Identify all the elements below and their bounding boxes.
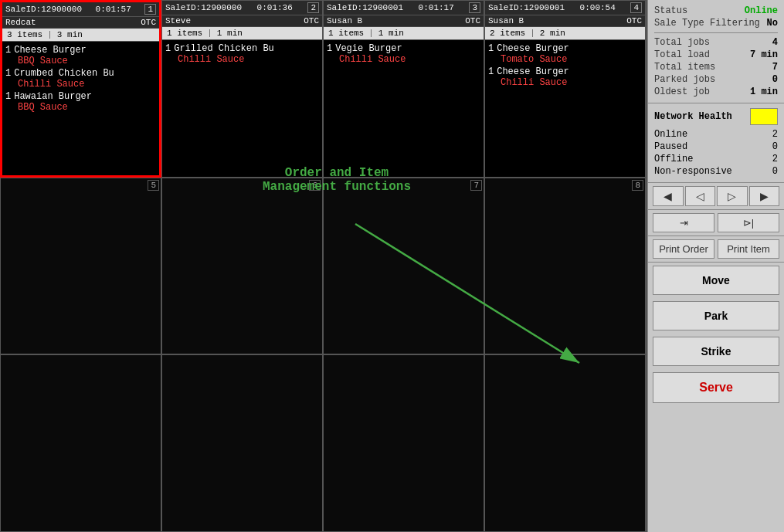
total-load-row: Total load 7 min [654, 49, 778, 61]
order-cell-8[interactable]: 8 [484, 178, 646, 355]
item-count: 2 items [490, 29, 525, 38]
network-health-indicator [750, 108, 778, 125]
non-responsive-stat-label: Non-responsive [654, 166, 732, 177]
time-label: 2 min [540, 29, 565, 38]
item-qty: 1 [327, 43, 332, 54]
cell-body-3: 1Vegie Burger Chilli Sauce [324, 40, 484, 177]
total-load-value: 7 min [750, 49, 778, 60]
order-item: 1Cheese Burger BBQ Sauce [5, 45, 156, 66]
strike-button[interactable]: Strike [653, 337, 779, 366]
status-section: Status Online Sale Type Filtering No Tot… [648, 0, 784, 103]
total-jobs-row: Total jobs 4 [654, 36, 778, 49]
nav-next-button[interactable]: ▷ [717, 186, 748, 206]
cell-num-badge: 8 [632, 180, 643, 191]
serve-button[interactable]: Serve [653, 372, 779, 403]
print-order-button[interactable]: Print Order [653, 239, 714, 259]
print-row: Print Order Print Item [648, 236, 784, 263]
order-cell-9[interactable] [0, 354, 161, 532]
items-bar-4: 2 items | 2 min [485, 27, 645, 40]
online-stat-value: 2 [772, 129, 778, 140]
forward-button[interactable]: ⇥ [653, 213, 714, 232]
cell-num-badge: 3 [469, 2, 480, 13]
item-sauce: Chilli Sauce [165, 54, 319, 65]
items-bar-1: 3 items | 3 min [2, 29, 159, 42]
order-cell-10[interactable] [161, 354, 323, 532]
nav-first-button[interactable]: ◀ [653, 186, 684, 206]
order-item: 1Cheese Burger Tomato Sauce [488, 43, 642, 65]
order-cell-5[interactable]: 5 [0, 178, 161, 355]
order-cell-6[interactable]: 6 [161, 178, 323, 355]
order-item: 1Vegie Burger Chilli Sauce [327, 43, 480, 65]
cell-num-badge: 6 [309, 180, 321, 191]
parked-jobs-row: Parked jobs 0 [654, 73, 778, 86]
order-item: 1Grilled Chicken Bu Chilli Sauce [165, 43, 319, 65]
cell-num-badge: 2 [307, 2, 319, 13]
network-health-row: Network Health [654, 108, 778, 125]
paused-stat-label: Paused [654, 141, 687, 152]
order-cell-2[interactable]: SaleID:12900000 0:01:36 2 Steve OTC 1 it… [161, 0, 323, 178]
move-button[interactable]: Move [653, 266, 779, 295]
cell-num-badge: 4 [630, 2, 642, 13]
online-stat-label: Online [654, 129, 687, 140]
item-count: 1 items [328, 29, 364, 38]
item-sauce: Tomato Sauce [488, 54, 642, 65]
sale-id: SaleID:12900001 [488, 3, 565, 12]
item-count: 3 items [7, 30, 42, 39]
item-name: Grilled Chicken Bu [174, 43, 274, 54]
time-label: 1 min [378, 29, 404, 38]
cell-header-1: SaleID:12900000 0:01:57 1 [2, 2, 159, 17]
item-name: Crumbed Chicken Bu [14, 68, 114, 79]
park-button[interactable]: Park [653, 301, 779, 330]
order-cell-11[interactable] [323, 354, 484, 532]
cell-subheader-3: Susan B OTC [324, 15, 484, 27]
sale-type-filter-value: No [767, 18, 778, 29]
cell-subheader-4: Susan B OTC [485, 15, 645, 27]
cell-body-2: 1Grilled Chicken Bu Chilli Sauce [162, 40, 322, 177]
order-grid: SaleID:12900000 0:01:57 1 Redcat OTC 3 i… [0, 0, 647, 532]
online-stat-row: Online 2 [654, 128, 778, 141]
order-item: 1Cheese Burger Chilli Sauce [488, 66, 642, 88]
cell-body-1: 1Cheese Burger BBQ Sauce 1Crumbed Chicke… [2, 42, 159, 175]
cell-timer: 0:01:17 [419, 3, 454, 12]
non-responsive-stat-row: Non-responsive 0 [654, 165, 778, 178]
skip-button[interactable]: ⊳| [718, 213, 779, 232]
item-name: Vegie Burger [335, 43, 402, 54]
order-cell-3[interactable]: SaleID:12900001 0:01:17 3 Susan B OTC 1 … [323, 0, 484, 178]
cell-header-3: SaleID:12900001 0:01:17 3 [324, 1, 484, 15]
cell-num-badge: 5 [148, 180, 159, 191]
item-sauce: BBQ Sauce [5, 56, 156, 66]
cell-subheader-1: Redcat OTC [2, 17, 159, 29]
cell-num-badge: 1 [144, 4, 156, 15]
item-qty: 1 [5, 68, 11, 79]
action-row-top: ⇥ ⊳| [648, 210, 784, 236]
cell-num-badge: 7 [470, 180, 482, 191]
nav-last-button[interactable]: ▶ [749, 186, 780, 206]
cell-timer: 0:01:36 [257, 3, 293, 12]
cell-header-2: SaleID:12900000 0:01:36 2 [162, 1, 322, 15]
print-item-button[interactable]: Print Item [718, 239, 779, 259]
non-responsive-stat-value: 0 [772, 166, 778, 177]
item-sauce: Chilli Sauce [488, 77, 642, 88]
parked-jobs-value: 0 [772, 74, 778, 85]
item-qty: 1 [488, 43, 494, 54]
sale-id: SaleID:12900000 [5, 5, 82, 14]
order-cell-1[interactable]: SaleID:12900000 0:01:57 1 Redcat OTC 3 i… [0, 0, 161, 178]
total-load-label: Total load [654, 49, 710, 60]
cell-name: Steve [165, 16, 191, 25]
items-bar-2: 1 items | 1 min [162, 27, 322, 40]
item-name: Cheese Burger [14, 45, 87, 56]
cell-body-4: 1Cheese Burger Tomato Sauce 1Cheese Burg… [485, 40, 645, 177]
order-cell-12[interactable] [484, 354, 646, 532]
sale-type-filter-label: Sale Type Filtering [654, 18, 760, 29]
order-cell-4[interactable]: SaleID:12900001 0:00:54 4 Susan B OTC 2 … [484, 0, 646, 178]
status-value: Online [745, 5, 778, 16]
item-qty: 1 [165, 43, 171, 54]
network-health-label: Network Health [654, 111, 732, 122]
status-row: Status Online [654, 5, 778, 17]
nav-buttons: ◀ ◁ ▷ ▶ [648, 183, 784, 210]
item-qty: 1 [5, 45, 11, 56]
cell-subheader-2: Steve OTC [162, 15, 322, 27]
order-cell-7[interactable]: 7 [323, 178, 484, 355]
oldest-job-label: Oldest job [654, 86, 710, 97]
nav-prev-button[interactable]: ◁ [685, 186, 716, 206]
